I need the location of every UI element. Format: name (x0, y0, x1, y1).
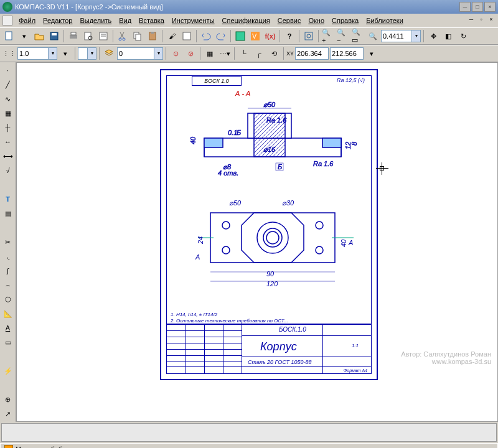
w24: 24 (197, 236, 204, 245)
document-icon[interactable] (2, 16, 12, 26)
tool-bolt[interactable]: ⚡ (1, 364, 15, 378)
tool-spline[interactable]: ∿ (1, 92, 15, 106)
d30: ⌀30 (282, 199, 294, 207)
zoom-dropdown[interactable]: ▾ (412, 30, 421, 42)
menu-insert[interactable]: Вставка (135, 16, 168, 26)
tool-dim2[interactable]: ⟷ (1, 149, 15, 163)
menu-editor[interactable]: Редактор (39, 16, 76, 26)
zoom-fit-button[interactable] (302, 29, 316, 43)
rotate-button[interactable]: ◧ (441, 29, 455, 43)
coord-y-input[interactable] (330, 47, 364, 60)
tree-button[interactable] (233, 29, 247, 43)
library-manager-tab[interactable]: Менеджер библиотек (0, 443, 498, 448)
svg-point-21 (307, 34, 311, 38)
style-arrow[interactable]: ▾ (59, 47, 72, 60)
property-panel[interactable] (1, 423, 497, 442)
ortho2-button[interactable]: ┌ (252, 47, 266, 60)
mdi-restore-button[interactable]: ▫ (477, 16, 486, 25)
line-style-dropdown[interactable]: ▾ (49, 47, 57, 60)
ortho-button[interactable]: └ (237, 47, 251, 60)
grid-button[interactable]: ▦ (203, 47, 217, 60)
coord-lock[interactable]: ▾ (365, 47, 378, 60)
menu-tools[interactable]: Инструменты (168, 16, 218, 26)
zoom-in-button[interactable]: 🔍+ (321, 29, 335, 43)
drawing-canvas[interactable]: БОСК 1.0 Ra 12,5 (√) А - А ⌀50 (16, 62, 498, 422)
maximize-button[interactable]: □ (472, 2, 483, 12)
tool-arc[interactable]: ⌢ (1, 278, 15, 292)
menu-view[interactable]: Вид (115, 16, 135, 26)
save-button[interactable] (47, 29, 61, 43)
paste-button[interactable] (146, 29, 159, 43)
zoom-out-button[interactable]: 🔍− (336, 29, 350, 43)
menu-select[interactable]: Выделить (76, 16, 115, 26)
zoom-input[interactable] (381, 30, 412, 42)
menu-libraries[interactable]: Библиотеки (362, 16, 407, 26)
tool-empty4 (1, 378, 15, 392)
tool-rough[interactable]: √ (1, 164, 15, 177)
zoom-scale-button[interactable]: 🔍 (366, 29, 380, 43)
new-button[interactable] (2, 29, 16, 43)
fx-button[interactable]: f(x) (263, 29, 277, 43)
mdi-minimize-button[interactable]: ─ (467, 16, 476, 25)
tool-poly[interactable]: ⬡ (1, 292, 15, 306)
svg-point-31 (257, 222, 288, 253)
svg-rect-13 (136, 34, 141, 40)
mdi-close-button[interactable]: × (487, 16, 496, 25)
pan-button[interactable]: ✥ (426, 29, 440, 43)
undo-button[interactable] (199, 29, 213, 43)
copy-button[interactable] (131, 29, 144, 43)
new-dropdown[interactable]: ▾ (17, 29, 31, 43)
tool-point[interactable]: · (1, 63, 15, 77)
tool-measure[interactable]: 📐 (1, 307, 15, 320)
layer-dropdown[interactable]: ▾ (154, 47, 163, 60)
color-dropdown[interactable]: ▾ (88, 47, 96, 60)
tool-label[interactable]: A (1, 321, 15, 335)
watermark: Автор: Саляхутдинов Роман www.kompas-3d.… (401, 350, 491, 365)
tool-dimension[interactable]: ↔ (1, 135, 15, 149)
redraw-button[interactable]: ↻ (456, 29, 470, 43)
tool-text[interactable]: T (1, 192, 15, 206)
datum-b: Б (278, 163, 282, 170)
tool-cut[interactable]: ✂ (1, 235, 15, 249)
standard-toolbar: ▾ 🖌 V f(x) ? 🔍+ 🔍− 🔍▭ 🔍 ▾ ✥ ◧ ↻ (0, 27, 498, 45)
tool-line[interactable]: ╱ (1, 78, 15, 91)
redo-button[interactable] (214, 29, 228, 43)
variables-button[interactable]: V (248, 29, 262, 43)
round-button[interactable]: ⟲ (267, 47, 281, 60)
layer-input[interactable] (117, 47, 154, 60)
preview-button[interactable] (82, 29, 95, 43)
tool-table[interactable]: ▤ (1, 207, 15, 220)
menu-help[interactable]: Справка (328, 16, 362, 26)
line-style-input[interactable] (17, 47, 49, 60)
tool-coord[interactable]: ↗ (1, 407, 15, 421)
svg-rect-3 (70, 35, 77, 39)
menu-file[interactable]: Файл (15, 16, 39, 26)
tool-fillet[interactable]: ◟ (1, 250, 15, 263)
close-button[interactable]: × (484, 2, 496, 12)
print-button[interactable] (67, 29, 80, 43)
cut-button[interactable] (116, 29, 129, 43)
properties-button[interactable] (96, 29, 110, 43)
tool-curve[interactable]: ∫ (1, 264, 15, 278)
snap-toggle[interactable]: ⊙ (169, 47, 182, 60)
layers-button[interactable] (102, 47, 116, 60)
open-button[interactable] (32, 29, 46, 43)
menu-window[interactable]: Окно (304, 16, 328, 26)
minimize-button[interactable]: ─ (459, 2, 471, 12)
coord-x-input[interactable] (295, 47, 329, 60)
menu-specification[interactable]: Спецификация (218, 16, 274, 26)
tool-axis[interactable]: ┼ (1, 121, 15, 134)
zoom-window-button[interactable]: 🔍▭ (351, 29, 365, 43)
snap2-toggle[interactable]: ⊘ (184, 47, 197, 60)
tool-hatch[interactable]: ▦ (1, 106, 15, 120)
tool-target[interactable]: ⊕ (1, 393, 15, 406)
tool-empty2 (1, 221, 15, 235)
svg-rect-17 (236, 32, 245, 40)
brush-button[interactable]: 🖌 (165, 29, 179, 43)
help-button[interactable]: ? (283, 29, 296, 43)
tb-scale: 1:1 (352, 343, 359, 348)
sheet-button[interactable] (180, 29, 194, 43)
tool-select[interactable]: ▭ (1, 335, 15, 349)
menu-service[interactable]: Сервис (274, 16, 305, 26)
grid2-button[interactable]: ⋯▾ (218, 47, 232, 60)
